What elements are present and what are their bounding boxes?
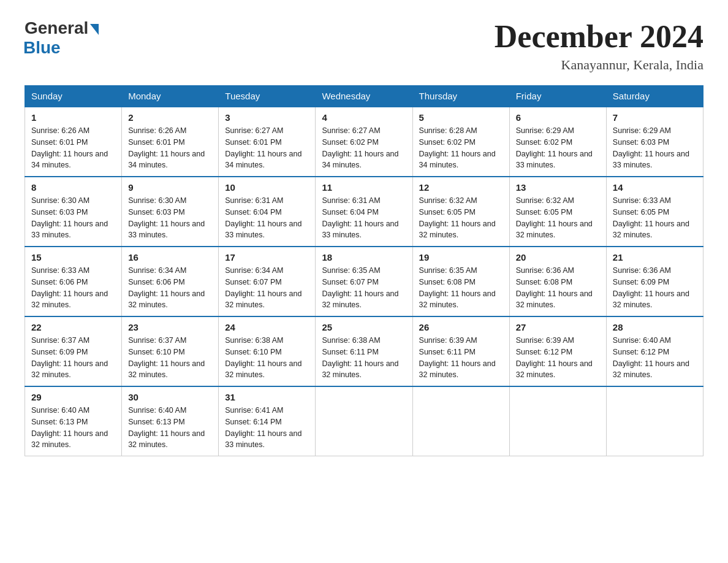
day-number: 13 <box>516 182 600 193</box>
calendar-day-cell: 13 Sunrise: 6:32 AMSunset: 6:05 PMDaylig… <box>509 177 606 247</box>
calendar-day-cell: 19 Sunrise: 6:35 AMSunset: 6:08 PMDaylig… <box>412 247 509 316</box>
calendar-day-cell: 26 Sunrise: 6:39 AMSunset: 6:11 PMDaylig… <box>412 316 509 386</box>
calendar-week-row: 15 Sunrise: 6:33 AMSunset: 6:06 PMDaylig… <box>25 247 703 316</box>
day-info: Sunrise: 6:27 AMSunset: 6:02 PMDaylight:… <box>322 125 406 171</box>
day-number: 8 <box>31 182 115 193</box>
day-number: 11 <box>322 182 406 193</box>
day-number: 28 <box>613 322 697 332</box>
day-info: Sunrise: 6:39 AMSunset: 6:12 PMDaylight:… <box>516 335 600 381</box>
calendar-day-cell: 18 Sunrise: 6:35 AMSunset: 6:07 PMDaylig… <box>316 247 412 316</box>
calendar-day-cell <box>412 386 509 456</box>
calendar-day-cell: 12 Sunrise: 6:32 AMSunset: 6:05 PMDaylig… <box>412 177 509 247</box>
day-number: 18 <box>322 252 406 262</box>
day-info: Sunrise: 6:38 AMSunset: 6:11 PMDaylight:… <box>322 335 406 381</box>
calendar-week-row: 22 Sunrise: 6:37 AMSunset: 6:09 PMDaylig… <box>25 316 703 386</box>
calendar-day-cell <box>316 386 412 456</box>
day-number: 24 <box>225 322 309 332</box>
day-info: Sunrise: 6:26 AMSunset: 6:01 PMDaylight:… <box>128 125 212 171</box>
day-info: Sunrise: 6:36 AMSunset: 6:09 PMDaylight:… <box>613 265 697 311</box>
calendar-day-cell: 14 Sunrise: 6:33 AMSunset: 6:05 PMDaylig… <box>606 177 703 247</box>
calendar-day-cell: 20 Sunrise: 6:36 AMSunset: 6:08 PMDaylig… <box>509 247 606 316</box>
day-info: Sunrise: 6:38 AMSunset: 6:10 PMDaylight:… <box>225 335 309 381</box>
day-info: Sunrise: 6:29 AMSunset: 6:02 PMDaylight:… <box>516 125 600 171</box>
day-info: Sunrise: 6:35 AMSunset: 6:07 PMDaylight:… <box>322 265 406 311</box>
logo-general-text: General <box>25 18 88 38</box>
day-number: 16 <box>128 252 212 262</box>
calendar-week-row: 8 Sunrise: 6:30 AMSunset: 6:03 PMDayligh… <box>25 177 703 247</box>
day-info: Sunrise: 6:40 AMSunset: 6:13 PMDaylight:… <box>128 405 212 451</box>
calendar-day-cell: 11 Sunrise: 6:31 AMSunset: 6:04 PMDaylig… <box>316 177 412 247</box>
calendar-day-cell: 23 Sunrise: 6:37 AMSunset: 6:10 PMDaylig… <box>122 316 219 386</box>
calendar-day-cell: 16 Sunrise: 6:34 AMSunset: 6:06 PMDaylig… <box>122 247 219 316</box>
day-number: 22 <box>31 322 115 332</box>
day-info: Sunrise: 6:34 AMSunset: 6:07 PMDaylight:… <box>225 265 309 311</box>
calendar-day-cell: 22 Sunrise: 6:37 AMSunset: 6:09 PMDaylig… <box>25 316 122 386</box>
day-info: Sunrise: 6:41 AMSunset: 6:14 PMDaylight:… <box>225 405 309 451</box>
calendar-day-cell: 10 Sunrise: 6:31 AMSunset: 6:04 PMDaylig… <box>219 177 316 247</box>
logo-blue-text: Blue <box>23 38 61 58</box>
day-number: 21 <box>613 252 697 262</box>
calendar-day-cell: 5 Sunrise: 6:28 AMSunset: 6:02 PMDayligh… <box>412 107 509 177</box>
calendar-day-cell: 30 Sunrise: 6:40 AMSunset: 6:13 PMDaylig… <box>122 386 219 456</box>
day-of-week-header: Thursday <box>412 86 509 107</box>
day-info: Sunrise: 6:37 AMSunset: 6:09 PMDaylight:… <box>31 335 115 381</box>
calendar-day-cell: 8 Sunrise: 6:30 AMSunset: 6:03 PMDayligh… <box>25 177 122 247</box>
day-number: 5 <box>419 112 503 123</box>
day-number: 31 <box>225 392 309 402</box>
logo: General Blue <box>25 18 99 58</box>
calendar-day-cell <box>606 386 703 456</box>
calendar-table: SundayMondayTuesdayWednesdayThursdayFrid… <box>25 85 703 456</box>
calendar-day-cell: 24 Sunrise: 6:38 AMSunset: 6:10 PMDaylig… <box>219 316 316 386</box>
day-info: Sunrise: 6:39 AMSunset: 6:11 PMDaylight:… <box>419 335 503 381</box>
day-info: Sunrise: 6:31 AMSunset: 6:04 PMDaylight:… <box>225 195 309 241</box>
day-of-week-header: Wednesday <box>316 86 412 107</box>
day-number: 3 <box>225 112 309 123</box>
page-header: General Blue December 2024 Kanayannur, K… <box>25 18 703 73</box>
day-info: Sunrise: 6:33 AMSunset: 6:05 PMDaylight:… <box>613 195 697 241</box>
day-info: Sunrise: 6:36 AMSunset: 6:08 PMDaylight:… <box>516 265 600 311</box>
day-info: Sunrise: 6:35 AMSunset: 6:08 PMDaylight:… <box>419 265 503 311</box>
day-number: 17 <box>225 252 309 262</box>
day-number: 9 <box>128 182 212 193</box>
title-block: December 2024 Kanayannur, Kerala, India <box>495 18 703 73</box>
calendar-day-cell: 7 Sunrise: 6:29 AMSunset: 6:03 PMDayligh… <box>606 107 703 177</box>
calendar-day-cell: 9 Sunrise: 6:30 AMSunset: 6:03 PMDayligh… <box>122 177 219 247</box>
month-year-title: December 2024 <box>495 18 703 55</box>
calendar-day-cell: 25 Sunrise: 6:38 AMSunset: 6:11 PMDaylig… <box>316 316 412 386</box>
day-number: 1 <box>31 112 115 123</box>
day-number: 20 <box>516 252 600 262</box>
day-number: 7 <box>613 112 697 123</box>
calendar-header: SundayMondayTuesdayWednesdayThursdayFrid… <box>25 86 703 107</box>
calendar-day-cell: 29 Sunrise: 6:40 AMSunset: 6:13 PMDaylig… <box>25 386 122 456</box>
day-number: 15 <box>31 252 115 262</box>
day-number: 19 <box>419 252 503 262</box>
day-of-week-header: Sunday <box>25 86 122 107</box>
day-info: Sunrise: 6:26 AMSunset: 6:01 PMDaylight:… <box>31 125 115 171</box>
day-number: 25 <box>322 322 406 332</box>
day-info: Sunrise: 6:40 AMSunset: 6:13 PMDaylight:… <box>31 405 115 451</box>
day-info: Sunrise: 6:30 AMSunset: 6:03 PMDaylight:… <box>31 195 115 241</box>
day-info: Sunrise: 6:32 AMSunset: 6:05 PMDaylight:… <box>419 195 503 241</box>
day-number: 26 <box>419 322 503 332</box>
day-number: 10 <box>225 182 309 193</box>
day-number: 12 <box>419 182 503 193</box>
day-number: 6 <box>516 112 600 123</box>
day-info: Sunrise: 6:32 AMSunset: 6:05 PMDaylight:… <box>516 195 600 241</box>
calendar-week-row: 29 Sunrise: 6:40 AMSunset: 6:13 PMDaylig… <box>25 386 703 456</box>
day-number: 29 <box>31 392 115 402</box>
day-info: Sunrise: 6:40 AMSunset: 6:12 PMDaylight:… <box>613 335 697 381</box>
day-info: Sunrise: 6:33 AMSunset: 6:06 PMDaylight:… <box>31 265 115 311</box>
calendar-day-cell: 27 Sunrise: 6:39 AMSunset: 6:12 PMDaylig… <box>509 316 606 386</box>
day-number: 2 <box>128 112 212 123</box>
day-info: Sunrise: 6:37 AMSunset: 6:10 PMDaylight:… <box>128 335 212 381</box>
calendar-day-cell: 4 Sunrise: 6:27 AMSunset: 6:02 PMDayligh… <box>316 107 412 177</box>
day-number: 14 <box>613 182 697 193</box>
calendar-day-cell: 6 Sunrise: 6:29 AMSunset: 6:02 PMDayligh… <box>509 107 606 177</box>
calendar-day-cell: 17 Sunrise: 6:34 AMSunset: 6:07 PMDaylig… <box>219 247 316 316</box>
day-number: 30 <box>128 392 212 402</box>
day-info: Sunrise: 6:34 AMSunset: 6:06 PMDaylight:… <box>128 265 212 311</box>
calendar-day-cell: 21 Sunrise: 6:36 AMSunset: 6:09 PMDaylig… <box>606 247 703 316</box>
day-of-week-header: Monday <box>122 86 219 107</box>
calendar-day-cell: 2 Sunrise: 6:26 AMSunset: 6:01 PMDayligh… <box>122 107 219 177</box>
day-info: Sunrise: 6:30 AMSunset: 6:03 PMDaylight:… <box>128 195 212 241</box>
